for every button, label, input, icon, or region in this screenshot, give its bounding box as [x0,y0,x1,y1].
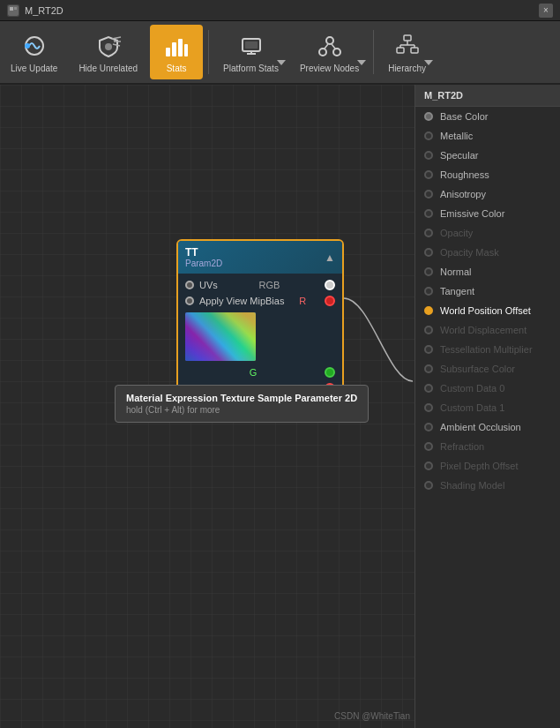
panel-item-label-11: World Displacement [440,325,526,335]
svg-rect-10 [172,42,176,56]
panel-item-label-8: Normal [440,266,471,277]
panel-item-anisotropy[interactable]: Anisotropy [415,184,560,204]
tooltip-title: Material Expression Texture Sample Param… [126,393,357,403]
svg-line-22 [332,44,335,49]
pin-rgb-label: RGB [258,280,280,290]
panel-item-world-displacement[interactable]: World Displacement [415,320,560,340]
svg-line-21 [325,44,328,49]
panel-item-tangent[interactable]: Tangent [415,281,560,301]
panel-item-normal[interactable]: Normal [415,262,560,281]
separator-2 [373,30,374,74]
node-row-uvs: UVs RGB [178,277,342,293]
node-subtitle: Param2D [185,259,222,268]
svg-point-5 [105,43,112,50]
preview-nodes-dropdown-icon [357,58,366,67]
panel-item-custom-data-0[interactable]: Custom Data 0 [415,379,560,398]
svg-point-19 [319,49,326,56]
panel-item-label-3: Roughness [440,169,489,180]
panel-item-label-16: Ambient Occlusion [440,422,521,432]
tooltip: Material Expression Texture Sample Param… [115,385,369,423]
svg-rect-14 [245,41,258,49]
panel-item-label-2: Specular [440,150,478,161]
panel-item-pixel-depth-offset[interactable]: Pixel Depth Offset [415,456,560,476]
live-update-icon [20,32,49,60]
panel-item-tessellation-multiplier[interactable]: Tessellation Multiplier [415,340,560,359]
panel-pin-9 [424,287,433,296]
panel-item-custom-data-1[interactable]: Custom Data 1 [415,398,560,417]
panel-item-roughness[interactable]: Roughness [415,165,560,184]
right-panel: M_RT2D Base ColorMetallicSpecularRoughne… [414,85,560,728]
panel-item-emissive-color[interactable]: Emissive Color [415,204,560,223]
panel-item-opacity[interactable]: Opacity [415,223,560,243]
tooltip-hint: hold (Ctrl + Alt) for more [126,405,357,415]
panel-item-metallic[interactable]: Metallic [415,126,560,146]
panel-item-subsurface-color[interactable]: Subsurface Color [415,359,560,379]
panel-items: Base ColorMetallicSpecularRoughnessAniso… [415,107,560,495]
panel-item-shading-model[interactable]: Shading Model [415,476,560,495]
hide-unrelated-button[interactable]: Hide Unrelated [70,25,146,79]
canvas[interactable]: TT Param2D ▲ UVs RGB Apply View MipBias … [0,85,560,728]
svg-rect-12 [184,44,188,56]
panel-item-label-9: Tangent [440,286,474,296]
panel-pin-15 [424,403,433,412]
pin-g-right [325,367,335,378]
hierarchy-button[interactable]: Hierarchy [379,25,435,79]
hide-unrelated-icon [94,32,123,60]
panel-item-label-7: Opacity Mask [440,247,499,258]
pin-r-label: R [299,296,306,306]
stats-button[interactable]: Stats [150,25,203,79]
panel-pin-5 [424,209,433,218]
stats-icon [162,32,190,60]
hierarchy-dropdown-icon [424,58,433,67]
svg-point-18 [326,37,333,44]
panel-pin-8 [424,267,433,276]
pin-uvs-label: UVs [199,280,218,290]
panel-pin-12 [424,345,433,354]
hierarchy-label: Hierarchy [388,64,426,73]
panel-header: M_RT2D [415,85,560,107]
stats-label: Stats [167,64,187,73]
platform-stats-icon [237,32,265,60]
panel-item-label-5: Emissive Color [440,208,504,219]
toolbar: Live Update Hide Unrelated Stats [0,21,560,85]
panel-item-label-17: Refraction [440,441,484,452]
svg-line-8 [113,44,120,46]
panel-item-specular[interactable]: Specular [415,146,560,165]
panel-item-refraction[interactable]: Refraction [415,437,560,456]
pin-r-right [325,296,335,306]
pin-g-label: G [250,367,258,378]
panel-item-label-6: Opacity [440,228,473,238]
panel-pin-2 [424,151,433,160]
platform-stats-button[interactable]: Platform Stats [214,25,287,79]
panel-pin-0 [424,112,433,121]
panel-pin-6 [424,229,433,237]
svg-point-20 [333,49,340,56]
panel-pin-10 [424,306,433,315]
svg-rect-1 [10,7,13,11]
panel-pin-3 [424,170,433,179]
live-update-button[interactable]: Live Update [2,25,66,79]
panel-item-ambient-occlusion[interactable]: Ambient Occlusion [415,417,560,437]
panel-pin-16 [424,423,433,432]
node-expand-icon[interactable]: ▲ [325,251,335,264]
platform-stats-label: Platform Stats [223,64,279,73]
panel-item-world-position-offset[interactable]: World Position Offset [415,301,560,320]
close-button[interactable]: × [539,4,553,18]
svg-rect-2 [14,7,17,10]
pin-mipbias-left [185,296,194,305]
panel-item-opacity-mask[interactable]: Opacity Mask [415,243,560,262]
pin-uvs-left [185,281,194,289]
panel-pin-17 [424,442,433,451]
panel-item-base-color[interactable]: Base Color [415,107,560,126]
preview-nodes-button[interactable]: Preview Nodes [291,25,368,79]
panel-item-label-13: Subsurface Color [440,364,515,374]
preview-nodes-label: Preview Nodes [300,64,359,73]
pin-mipbias-label: Apply View MipBias [199,296,284,306]
panel-pin-19 [424,481,433,490]
svg-line-6 [112,37,121,39]
svg-rect-23 [404,35,411,41]
panel-item-label-15: Custom Data 1 [440,402,504,413]
svg-rect-25 [411,48,418,53]
watermark: CSDN @WhiteTian [334,711,410,721]
preview-nodes-icon [316,32,344,60]
